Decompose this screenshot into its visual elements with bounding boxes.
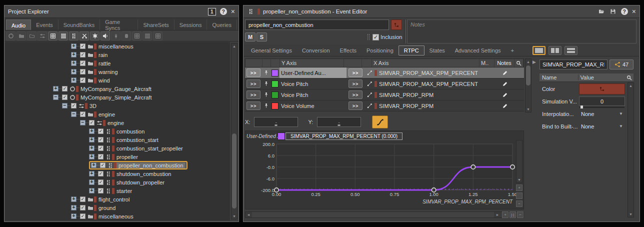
- y-axis-property-label[interactable]: Voice Pitch: [280, 78, 346, 89]
- tree-row[interactable]: +✓MyCompany_Gauge_Aircraft: [5, 84, 230, 93]
- tree-expander[interactable]: +: [89, 180, 94, 185]
- tree-expander[interactable]: +: [71, 196, 76, 202]
- plug-icon[interactable]: [111, 32, 120, 40]
- tree-checkbox[interactable]: ✓: [98, 146, 104, 151]
- audio-hierarchy-tree[interactable]: +✓miscellaneous+✓rain+✓rattle+✓warning+✓…: [5, 42, 230, 220]
- column-header-y-axis[interactable]: Y Axis: [280, 59, 344, 67]
- color-swatch-button[interactable]: [579, 84, 625, 94]
- close-icon[interactable]: ×: [231, 8, 235, 16]
- rtpc-row[interactable]: >>Voice Pitch>>SIMVAR_PROP_MAX_RPM_PERCE…: [245, 78, 524, 90]
- grid-alt-icon[interactable]: [153, 32, 162, 40]
- help-icon[interactable]: ?: [621, 8, 628, 15]
- rtpc-row[interactable]: >>Voice Volume>>SIMVAR_PROP_RPM: [245, 100, 524, 112]
- layout-number-icon[interactable]: 1: [208, 8, 216, 16]
- number-field[interactable]: 0: [579, 96, 625, 106]
- tree-expander[interactable]: −: [53, 94, 58, 100]
- tree-row[interactable]: +✓shutdown_propeller: [5, 178, 230, 186]
- list-small-icon[interactable]: [142, 32, 152, 40]
- rtpc-row[interactable]: >>User-Defined Au...>>SIMVAR_PROP_MAX_RP…: [245, 68, 524, 78]
- props-col-value[interactable]: Value: [578, 74, 625, 80]
- notes-edit-icon[interactable]: [495, 81, 515, 87]
- tree-scrollbar[interactable]: ▲ ▼: [231, 43, 238, 220]
- y-axis-property-label[interactable]: Voice Pitch: [280, 90, 346, 100]
- layout-single-pane-button[interactable]: [532, 46, 546, 55]
- project-explorer-titlebar[interactable]: Project Explorer 1 ? ×: [4, 6, 238, 18]
- tree-row[interactable]: +✓propeller: [5, 152, 230, 161]
- tree-row[interactable]: +✓shutdown_combustion: [5, 170, 230, 178]
- x-axis-parameter-cell[interactable]: SIMVAR_PROP_MAX_RPM_PERCENT: [374, 81, 480, 87]
- y-coord-input[interactable]: -: [317, 117, 361, 127]
- expand-row-button[interactable]: >>: [348, 102, 362, 110]
- tree-row[interactable]: +✓combustion: [5, 127, 230, 136]
- graph-h-scrollbar[interactable]: ◄ ► + |:| −: [245, 212, 524, 218]
- dropdown[interactable]: None▼: [579, 110, 625, 118]
- tree-row[interactable]: +✓rattle: [5, 59, 230, 68]
- column-header-notes[interactable]: Notes: [494, 59, 514, 67]
- tab-effects[interactable]: Effects: [335, 46, 362, 55]
- rtpc-row[interactable]: >>Voice Pitch>>SIMVAR_PROP_RPM: [245, 90, 524, 100]
- column-header-blank[interactable]: [362, 59, 372, 67]
- props-scrollbar[interactable]: ▲ ▼: [628, 82, 634, 218]
- column-header-blank[interactable]: [271, 59, 280, 67]
- scroll-up-icon[interactable]: ▲: [526, 59, 531, 64]
- tab-sharesets[interactable]: ShareSets: [138, 20, 174, 30]
- y-axis-property-label[interactable]: Voice Volume: [280, 100, 346, 111]
- tree-expander[interactable]: −: [62, 103, 68, 108]
- expand-row-button[interactable]: >>: [348, 80, 362, 88]
- zoom-out-button[interactable]: −: [517, 212, 524, 218]
- layout-split-horizontal-button[interactable]: [564, 46, 578, 55]
- notes-edit-icon[interactable]: [495, 70, 515, 76]
- layout-split-vertical-button[interactable]: [548, 46, 562, 55]
- zoom-in-button[interactable]: +: [516, 184, 522, 191]
- zoom-fit-button[interactable]: [516, 192, 522, 199]
- search-icon[interactable]: [625, 75, 634, 80]
- scissors-icon[interactable]: [80, 32, 89, 40]
- sharing-button[interactable]: 47: [610, 60, 634, 70]
- tree-row[interactable]: +✓warning: [5, 68, 230, 76]
- tree-row[interactable]: −✓engine: [5, 110, 230, 118]
- paint-splat-icon[interactable]: [90, 32, 100, 40]
- expand-row-button[interactable]: >>: [246, 68, 260, 77]
- solo-button[interactable]: S: [256, 32, 267, 42]
- tree-checkbox[interactable]: ✓: [98, 171, 104, 176]
- scroll-down-icon[interactable]: ▼: [516, 177, 522, 182]
- column-header-m-[interactable]: M..: [480, 59, 494, 67]
- curve-color-swatch[interactable]: [270, 102, 280, 110]
- tree-expander[interactable]: +: [71, 60, 76, 66]
- tree-expander[interactable]: +: [53, 86, 58, 92]
- rtpc-table-scrollbar[interactable]: ▲ ▼: [525, 58, 532, 112]
- curve-point[interactable]: [510, 165, 514, 169]
- tree-expander[interactable]: +: [89, 137, 94, 142]
- x-coord-input[interactable]: -: [254, 117, 298, 127]
- notes-field[interactable]: Notes: [407, 20, 636, 44]
- tab-events[interactable]: Events: [31, 20, 58, 30]
- object-name-input[interactable]: [245, 20, 389, 30]
- curve-color-swatch[interactable]: [270, 70, 280, 76]
- mute-button[interactable]: M: [245, 32, 256, 42]
- tree-expander[interactable]: −: [71, 112, 76, 117]
- tree-checkbox[interactable]: ✓: [98, 188, 104, 194]
- column-header-blank[interactable]: [262, 59, 271, 67]
- curve-point[interactable]: [471, 165, 475, 169]
- tree-checkbox[interactable]: ✓: [80, 60, 86, 66]
- tree-checkbox[interactable]: ✓: [80, 196, 86, 202]
- x-axis-parameter-cell[interactable]: SIMVAR_PROP_RPM: [374, 92, 480, 98]
- props-col-name[interactable]: Name: [540, 74, 578, 80]
- save-icon[interactable]: [610, 8, 617, 15]
- tree-row[interactable]: +✓starter: [5, 186, 230, 195]
- tree-checkbox[interactable]: ✓: [100, 162, 106, 168]
- y-axis-property-label[interactable]: User-Defined Au...: [280, 68, 346, 78]
- scroll-left-icon[interactable]: ◄: [246, 212, 252, 218]
- tree-checkbox[interactable]: ✓: [98, 137, 104, 142]
- tree-expander[interactable]: +: [89, 171, 94, 176]
- tree-checkbox[interactable]: ✓: [80, 69, 86, 74]
- tree-checkbox[interactable]: ✓: [80, 78, 86, 83]
- tree-expander[interactable]: +: [89, 128, 94, 134]
- tab-+[interactable]: +: [506, 46, 519, 55]
- slider-handle[interactable]: [580, 106, 583, 108]
- pin-icon[interactable]: [262, 92, 270, 98]
- scroll-thumb[interactable]: [526, 66, 530, 86]
- tree-expander[interactable]: +: [89, 146, 94, 151]
- curve-shape-button[interactable]: [372, 116, 388, 128]
- tree-expander[interactable]: +: [71, 78, 76, 83]
